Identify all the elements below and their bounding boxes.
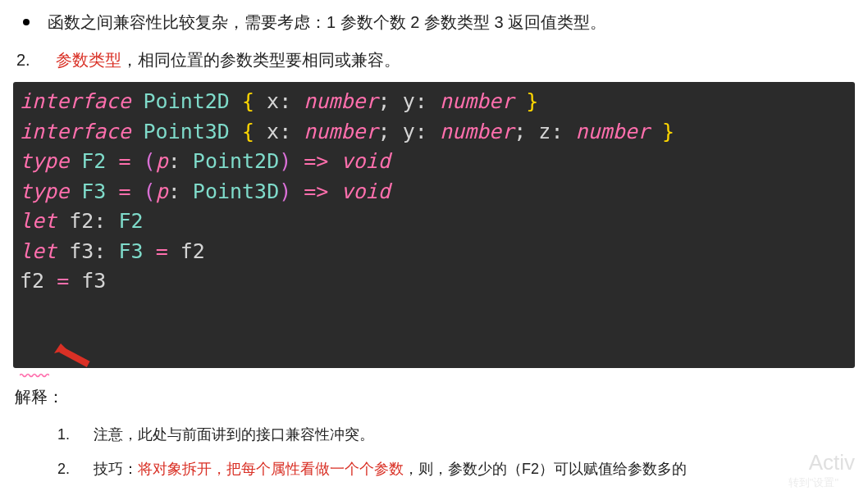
- explain-marker-2: 2.: [57, 457, 80, 482]
- explain-title: 解释：: [15, 383, 853, 411]
- explain-list: 1. 注意，此处与前面讲到的接口兼容性冲突。 2. 技巧：将对象拆开，把每个属性…: [15, 422, 853, 482]
- numbered-item-rest: ，相同位置的参数类型要相同或兼容。: [121, 51, 400, 69]
- explain-item-1: 1. 注意，此处与前面讲到的接口兼容性冲突。: [56, 422, 853, 448]
- code-line-5: let f2: F2: [20, 209, 144, 233]
- numbered-item-2: 2. 参数类型，相同位置的参数类型要相同或兼容。: [15, 46, 853, 74]
- explain-item-2: 2. 技巧：将对象拆开，把每个属性看做一个个参数，则，参数少的（F2）可以赋值给…: [56, 457, 853, 482]
- error-squiggle-icon: [20, 357, 49, 361]
- explain-marker-1: 1.: [57, 422, 80, 448]
- explain-text-1: 注意，此处与前面讲到的接口兼容性冲突。: [94, 422, 853, 448]
- watermark-sub: 转到"设置": [788, 474, 838, 492]
- code-line-4: type F3 = (p: Point3D) => void: [20, 180, 391, 203]
- code-line-6: let f3: F3 = f2: [20, 239, 205, 263]
- svg-rect-1: [59, 347, 89, 367]
- bullet-icon: [23, 19, 30, 25]
- highlight-param-type: 参数类型: [56, 51, 121, 69]
- red-arrow-icon: [54, 337, 103, 370]
- numbered-item-text: 参数类型，相同位置的参数类型要相同或兼容。: [56, 46, 853, 74]
- number-marker: 2.: [16, 46, 43, 74]
- explain-text-2: 技巧：将对象拆开，把每个属性看做一个个参数，则，参数少的（F2）可以赋值给参数多…: [94, 457, 853, 482]
- code-line-2: interface Point3D { x: number; y: number…: [20, 120, 674, 143]
- intro-bullet: 函数之间兼容性比较复杂，需要考虑：1 参数个数 2 参数类型 3 返回值类型。: [15, 8, 853, 36]
- explain-highlight: 将对象拆开，把每个属性看做一个个参数: [138, 461, 404, 477]
- code-line-3: type F2 = (p: Point2D) => void: [20, 149, 391, 173]
- code-block: interface Point2D { x: number; y: number…: [13, 82, 855, 368]
- code-line-7: f2 = f3: [20, 269, 106, 293]
- intro-bullet-text: 函数之间兼容性比较复杂，需要考虑：1 参数个数 2 参数类型 3 返回值类型。: [48, 8, 853, 36]
- code-line-1: interface Point2D { x: number; y: number…: [20, 89, 538, 113]
